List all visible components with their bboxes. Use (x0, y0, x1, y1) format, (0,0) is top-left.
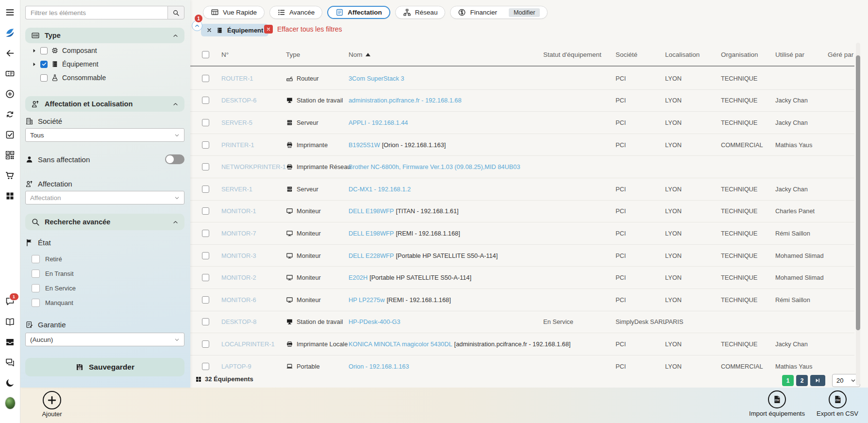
select-all-checkbox[interactable] (202, 51, 209, 58)
row-name-link[interactable]: HP-PDesk-400-G3 (349, 318, 401, 325)
tab-reseau[interactable]: Réseau (395, 6, 446, 19)
row-name-link[interactable]: KONICA MINOLTA magicolor 5430DL (349, 340, 452, 348)
row-checkbox[interactable] (202, 230, 209, 237)
table-row-monitor-3[interactable]: MONITOR-3MoniteurDELL E228WFP[Portable H… (190, 245, 854, 267)
filter-chip-equipement[interactable]: Équipement (201, 24, 268, 36)
sidebar-filter-search-button[interactable] (167, 6, 184, 19)
etat-checkbox-retire[interactable] (32, 255, 40, 263)
column-header-localisation[interactable]: Localisation (665, 51, 721, 58)
column-header-statut-d-equipement[interactable]: Statut d'équipement (543, 51, 616, 58)
etat-checkbox-en-service[interactable] (32, 284, 40, 292)
table-row-monitor-6[interactable]: MONITOR-6MoniteurHP LP2275w[REMI - 192.1… (190, 289, 854, 311)
rail-inbox-button[interactable] (5, 337, 16, 347)
row-name-link[interactable]: administration.pcifrance.fr - 192.168.1.… (349, 97, 462, 104)
row-id-link[interactable]: MONITOR-7 (221, 230, 286, 237)
rail-back-button[interactable] (5, 48, 16, 58)
row-name-link[interactable]: HP LP2275w (349, 296, 384, 304)
row-name-link[interactable]: 3Com SuperStack 3 (349, 75, 404, 82)
close-icon[interactable] (206, 27, 212, 33)
sidebar-filter-input[interactable] (25, 6, 167, 19)
column-header-organisation[interactable]: Organisation (721, 51, 775, 58)
table-scrollbar-thumb[interactable] (856, 55, 860, 330)
type-checkbox-equipement[interactable] (40, 61, 48, 68)
expand-caret-icon[interactable] (32, 48, 37, 53)
sans-affectation-toggle[interactable] (165, 154, 184, 164)
row-id-link[interactable]: MONITOR-1 (221, 207, 286, 215)
row-name-link[interactable]: DC-MX1 - 192.168.1.2 (349, 186, 411, 193)
type-section-header[interactable]: Type (25, 28, 184, 43)
tab-affectation[interactable]: Affectation (327, 6, 390, 19)
column-header-n[interactable]: N° (221, 51, 286, 58)
row-id-link[interactable]: ROUTER-1 (221, 75, 286, 82)
table-row-router-1[interactable]: ROUTER-1Routeur3Com SuperStack 3PCILYONT… (190, 68, 854, 90)
rail-plus-circle-button[interactable] (5, 88, 16, 99)
row-name-link[interactable]: DELL E198WFP (349, 230, 394, 237)
row-checkbox[interactable] (202, 274, 209, 281)
expand-caret-icon[interactable] (32, 62, 37, 67)
rail-tasks-button[interactable] (5, 129, 16, 140)
table-row-monitor-2[interactable]: MONITOR-2MoniteurE202H[Portable HP SATEL… (190, 267, 854, 289)
table-row-desktop-6[interactable]: DESKTOP-6Station de travailadministratio… (190, 90, 854, 112)
column-header-type[interactable]: Type (286, 51, 349, 58)
row-checkbox[interactable] (202, 207, 209, 215)
affectation-section-header[interactable]: Affectation et Localisation (25, 96, 184, 112)
table-scrollbar-track[interactable] (856, 43, 860, 386)
row-checkbox[interactable] (202, 75, 209, 82)
row-id-link[interactable]: PRINTER-1 (221, 141, 286, 149)
row-name-link[interactable]: Brother NC-6800h, Firmware Ver.1.03 (09.… (349, 163, 520, 170)
type-checkbox-composant[interactable] (40, 47, 48, 54)
tab-extra-modifier-button[interactable]: Modifier (509, 8, 540, 17)
row-name-link[interactable]: Orion - 192.168.1.163 (349, 363, 409, 370)
rail-ticket-button[interactable] (5, 68, 16, 79)
row-checkbox[interactable] (202, 141, 209, 149)
rail-book-button[interactable] (5, 316, 16, 327)
societe-select[interactable]: Tous (25, 128, 184, 142)
page-button-2[interactable]: 2 (796, 375, 808, 386)
type-checkbox-consommable[interactable] (40, 74, 48, 82)
row-checkbox[interactable] (202, 252, 209, 259)
rail-sync-button[interactable] (5, 109, 16, 119)
table-row-server-1[interactable]: SERVER-1ServeurDC-MX1 - 192.168.1.2PCILY… (190, 178, 854, 201)
rail-forum-button[interactable] (5, 357, 16, 368)
rail-chat-button[interactable]: 1 (5, 296, 16, 306)
table-row-networkprinter-1[interactable]: NETWORKPRINTER-1Imprimante RéseauBrother… (190, 156, 854, 178)
row-id-link[interactable]: SERVER-1 (221, 186, 286, 193)
export-csv-button[interactable]: CSV Export en CSV (817, 390, 858, 417)
row-id-link[interactable]: DESKTOP-6 (221, 97, 286, 104)
rail-grid-button[interactable] (5, 190, 16, 201)
row-id-link[interactable]: SERVER-5 (221, 119, 286, 126)
rail-menu-button[interactable] (5, 7, 16, 17)
row-checkbox[interactable] (202, 119, 209, 126)
row-name-link[interactable]: APPLI - 192.168.1.44 (349, 119, 408, 126)
save-button[interactable]: Sauvegarder (25, 358, 184, 376)
table-row-printer-1[interactable]: PRINTER-1ImprimanteB1925S1W[Orion - 192.… (190, 134, 854, 156)
tab-avancee[interactable]: Avancée (269, 6, 322, 19)
add-button[interactable]: Ajouter (30, 391, 74, 418)
row-name-link[interactable]: DELL E228WFP (349, 252, 394, 259)
table-row-localprinter-1[interactable]: LOCALPRINTER-1Imprimante LocaleKONICA MI… (190, 333, 854, 355)
column-header-gere-par[interactable]: Géré par (828, 51, 854, 58)
user-avatar[interactable] (5, 398, 16, 408)
row-name-link[interactable]: DELL E198WFP (349, 207, 394, 215)
last-page-button[interactable] (810, 375, 825, 386)
import-csv-button[interactable]: CSV Import équipements (749, 390, 805, 417)
rail-qrcode-button[interactable] (5, 150, 16, 160)
rail-moon-button[interactable] (5, 377, 16, 388)
column-header-nom[interactable]: Nom (349, 51, 543, 58)
row-id-link[interactable]: MONITOR-6 (221, 296, 286, 304)
row-id-link[interactable]: DESKTOP-8 (221, 318, 286, 325)
etat-checkbox-manquant[interactable] (32, 299, 40, 307)
row-checkbox[interactable] (202, 363, 209, 370)
row-id-link[interactable]: LOCALPRINTER-1 (221, 340, 286, 348)
row-name-link[interactable]: B1925S1W (349, 141, 380, 149)
page-button-1[interactable]: 1 (782, 375, 794, 386)
app-logo[interactable] (5, 27, 16, 38)
table-row-desktop-8[interactable]: DESKTOP-8Station de travailHP-PDesk-400-… (190, 311, 854, 334)
row-id-link[interactable]: MONITOR-3 (221, 252, 286, 259)
row-checkbox[interactable] (202, 296, 209, 304)
clear-filters-button[interactable]: Effacer tous les filtres (264, 25, 342, 34)
rail-cart-button[interactable] (5, 170, 16, 181)
affectation-select[interactable]: Affectation (25, 191, 184, 204)
table-row-laptop-9[interactable]: LAPTOP-9PortableOrion - 192.168.1.163PCI… (190, 355, 854, 378)
tab-financier[interactable]: FinancierModifier (450, 6, 548, 19)
